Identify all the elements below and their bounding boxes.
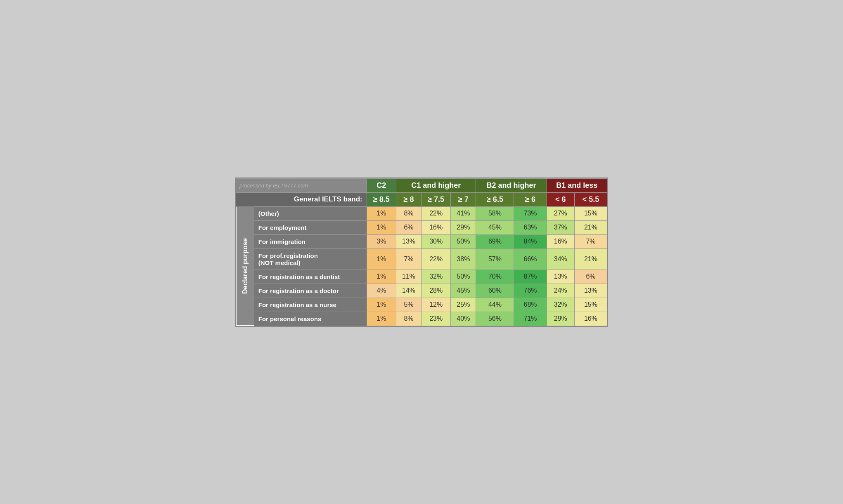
row-label-3: For prof.registration (NOT medical) xyxy=(254,248,367,270)
cell-row0-col3: 41% xyxy=(451,206,476,220)
cell-row5-col1: 14% xyxy=(396,284,421,298)
cell-row5-col4: 60% xyxy=(476,284,514,298)
cell-row4-col1: 11% xyxy=(396,270,421,284)
cell-row2-col7: 7% xyxy=(574,234,607,248)
cell-row0-col0: 1% xyxy=(367,206,396,220)
cell-row2-col5: 84% xyxy=(514,234,547,248)
cell-row2-col3: 50% xyxy=(451,234,476,248)
cell-row5-col2: 28% xyxy=(422,284,451,298)
cell-row5-col6: 24% xyxy=(547,284,574,298)
cell-row7-col5: 71% xyxy=(514,312,547,326)
cell-row2-col6: 16% xyxy=(547,234,574,248)
cell-row3-col2: 22% xyxy=(422,248,451,270)
cell-row7-col3: 40% xyxy=(451,312,476,326)
cell-row2-col4: 69% xyxy=(476,234,514,248)
cell-row6-col4: 44% xyxy=(476,298,514,312)
cell-row6-col5: 68% xyxy=(514,298,547,312)
cell-row0-col4: 58% xyxy=(476,206,514,220)
col-header-7: ≥ 7 xyxy=(451,192,476,206)
cell-row5-col7: 13% xyxy=(574,284,607,298)
col-header-6: ≥ 6 xyxy=(514,192,547,206)
cell-row7-col7: 16% xyxy=(574,312,607,326)
group-header-c2: C2 xyxy=(367,178,396,192)
cell-row7-col4: 56% xyxy=(476,312,514,326)
band-label: General IELTS band: xyxy=(236,192,367,206)
cell-row3-col4: 57% xyxy=(476,248,514,270)
cell-row4-col6: 13% xyxy=(547,270,574,284)
col-header-8: ≥ 8 xyxy=(396,192,421,206)
cell-row6-col0: 1% xyxy=(367,298,396,312)
group-header-b1: B1 and less xyxy=(547,178,607,192)
cell-row1-col7: 21% xyxy=(574,220,607,234)
cell-row5-col5: 76% xyxy=(514,284,547,298)
cell-row6-col2: 12% xyxy=(422,298,451,312)
row-label-7: For personal reasons xyxy=(254,312,367,326)
cell-row2-col0: 3% xyxy=(367,234,396,248)
group-header-b2: B2 and higher xyxy=(476,178,547,192)
cell-row4-col7: 6% xyxy=(574,270,607,284)
cell-row4-col2: 32% xyxy=(422,270,451,284)
cell-row1-col2: 16% xyxy=(422,220,451,234)
watermark: processed by IELTS777.com xyxy=(236,178,367,192)
cell-row4-col0: 1% xyxy=(367,270,396,284)
cell-row0-col1: 8% xyxy=(396,206,421,220)
group-header-c1: C1 and higher xyxy=(396,178,476,192)
cell-row7-col6: 29% xyxy=(547,312,574,326)
cell-row4-col5: 87% xyxy=(514,270,547,284)
ielts-data-table: processed by IELTS777.com C2 C1 and high… xyxy=(236,178,607,326)
cell-row3-col6: 34% xyxy=(547,248,574,270)
cell-row1-col1: 6% xyxy=(396,220,421,234)
col-header-8-5: ≥ 8.5 xyxy=(367,192,396,206)
cell-row2-col2: 30% xyxy=(422,234,451,248)
cell-row3-col1: 7% xyxy=(396,248,421,270)
col-header-6-5: ≥ 6.5 xyxy=(476,192,514,206)
declared-purpose-label: Declared purpose xyxy=(236,206,254,326)
row-label-5: For registration as a doctor xyxy=(254,284,367,298)
cell-row0-col5: 73% xyxy=(514,206,547,220)
cell-row5-col0: 4% xyxy=(367,284,396,298)
cell-row7-col0: 1% xyxy=(367,312,396,326)
cell-row4-col4: 70% xyxy=(476,270,514,284)
row-label-1: For employment xyxy=(254,220,367,234)
cell-row6-col6: 32% xyxy=(547,298,574,312)
row-label-0: (Other) xyxy=(254,206,367,220)
col-header-lt5-5: < 5.5 xyxy=(574,192,607,206)
cell-row6-col1: 5% xyxy=(396,298,421,312)
col-header-lt6: < 6 xyxy=(547,192,574,206)
cell-row1-col6: 37% xyxy=(547,220,574,234)
cell-row3-col7: 21% xyxy=(574,248,607,270)
cell-row7-col2: 23% xyxy=(422,312,451,326)
cell-row0-col7: 15% xyxy=(574,206,607,220)
row-label-2: For immigration xyxy=(254,234,367,248)
col-header-7-5: ≥ 7.5 xyxy=(422,192,451,206)
cell-row2-col1: 13% xyxy=(396,234,421,248)
row-label-4: For registration as a dentist xyxy=(254,270,367,284)
main-table-wrapper: processed by IELTS777.com C2 C1 and high… xyxy=(235,177,608,327)
cell-row1-col5: 63% xyxy=(514,220,547,234)
cell-row4-col3: 50% xyxy=(451,270,476,284)
cell-row6-col3: 25% xyxy=(451,298,476,312)
cell-row1-col0: 1% xyxy=(367,220,396,234)
cell-row1-col4: 45% xyxy=(476,220,514,234)
cell-row3-col0: 1% xyxy=(367,248,396,270)
row-label-6: For registration as a nurse xyxy=(254,298,367,312)
cell-row1-col3: 29% xyxy=(451,220,476,234)
cell-row0-col6: 27% xyxy=(547,206,574,220)
cell-row5-col3: 45% xyxy=(451,284,476,298)
cell-row6-col7: 15% xyxy=(574,298,607,312)
cell-row7-col1: 8% xyxy=(396,312,421,326)
cell-row0-col2: 22% xyxy=(422,206,451,220)
cell-row3-col3: 38% xyxy=(451,248,476,270)
cell-row3-col5: 66% xyxy=(514,248,547,270)
